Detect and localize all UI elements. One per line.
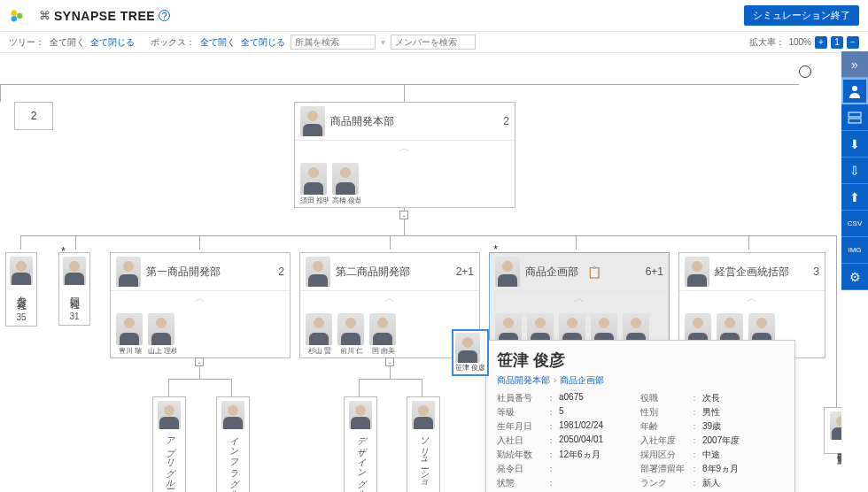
simulation-end-button[interactable]: シミュレーション終了 — [744, 5, 859, 26]
expand-icon[interactable]: < — [8, 296, 35, 309]
help-icon[interactable]: ? — [159, 10, 170, 21]
search-member-input[interactable] — [391, 35, 476, 50]
rail-download-icon[interactable]: ⬇ — [841, 131, 868, 158]
org-count: 2+1 — [456, 265, 474, 278]
tree-icon: ⌘ — [39, 9, 50, 22]
rail-img-icon[interactable]: IMG — [841, 237, 868, 264]
avatar — [337, 313, 364, 345]
avatar — [306, 313, 332, 345]
office-count: 31 — [61, 311, 88, 321]
group-infra[interactable]: インフラグループ — [216, 396, 250, 492]
avatar — [10, 257, 33, 285]
avatar — [306, 257, 330, 287]
node-toggle[interactable]: - — [399, 211, 408, 219]
office-fukuoka[interactable]: * 福岡支社 < 31 — [58, 252, 90, 326]
rail-csv-icon[interactable]: CSV — [841, 211, 868, 237]
zoom-value: 100% — [788, 37, 811, 47]
member[interactable]: 須田 裕明 — [300, 163, 329, 205]
svg-point-2 — [17, 12, 22, 18]
avatar — [63, 257, 86, 285]
org-count: 6+1 — [646, 265, 663, 278]
org-count: 2 — [278, 265, 284, 278]
star-icon: * — [61, 244, 66, 258]
tree-label: ツリー： — [9, 36, 44, 49]
org-count: 2 — [503, 115, 509, 127]
member[interactable]: 山上 理枝 — [148, 313, 176, 356]
group-app[interactable]: アプリグループ — [152, 396, 186, 492]
avatar — [332, 163, 359, 195]
org-top-count: 2 — [22, 110, 45, 122]
star-icon: * — [493, 242, 498, 256]
avatar — [158, 401, 181, 429]
rail-upload-icon[interactable]: ⬆ — [841, 184, 868, 211]
node-toggle[interactable]: - — [195, 357, 204, 366]
org-dev1[interactable]: 第一商品開発部 2 ︿ 豊川 瑞 山上 理枝 — [110, 252, 291, 358]
office-nagoya[interactable]: 名古屋支社 < 35 — [5, 252, 37, 327]
avatar — [300, 163, 327, 195]
avatar — [221, 401, 244, 429]
avatar — [369, 313, 396, 345]
clipboard-icon[interactable]: 📋 — [587, 265, 601, 279]
dragged-member-chip[interactable]: 笹津 俊彦 — [452, 329, 489, 376]
member[interactable]: 前川 仁 — [337, 313, 366, 356]
org-count: 3 — [813, 265, 819, 278]
collapse-icon[interactable]: ︿ — [490, 291, 669, 310]
office-name: 内部監査室 — [835, 443, 842, 448]
org-title: 経営企画統括部 — [715, 265, 789, 280]
tree-open-all[interactable]: 全て開く — [50, 36, 85, 49]
member[interactable]: 高橋 俊哉 — [332, 163, 360, 205]
box-label: ボックス： — [151, 36, 195, 49]
avatar — [830, 411, 841, 440]
rail-person-icon[interactable] — [841, 78, 868, 104]
root-node[interactable] — [799, 65, 811, 78]
collapse-icon[interactable]: ︿ — [295, 141, 515, 159]
node-toggle[interactable]: - — [385, 357, 394, 366]
avatar — [116, 257, 141, 287]
box-close-all[interactable]: 全て閉じる — [241, 36, 285, 49]
app-title: SYNAPSE TREE — [54, 9, 155, 23]
avatar — [495, 257, 520, 287]
org-top-box[interactable]: 2 — [14, 102, 53, 130]
svg-rect-4 — [849, 112, 861, 117]
avatar — [455, 333, 480, 363]
collapse-icon[interactable]: ︿ — [679, 291, 825, 310]
avatar — [300, 106, 325, 136]
rail-expand[interactable]: » — [841, 51, 868, 78]
detail-name: 笹津 俊彦 — [497, 350, 784, 371]
org-title: 商品開発本部 — [330, 114, 394, 129]
zoom-out-button[interactable]: − — [847, 36, 859, 49]
rail-settings-icon[interactable]: ⚙ — [841, 264, 868, 290]
avatar — [116, 313, 143, 345]
logo-icon — [9, 9, 39, 23]
tree-close-all[interactable]: 全て閉じる — [90, 36, 135, 49]
group-solution[interactable]: ソリューショングループ — [407, 396, 440, 492]
svg-rect-5 — [849, 119, 861, 123]
member[interactable]: 豊川 瑞 — [116, 313, 144, 356]
avatar — [685, 257, 709, 287]
office-name: 名古屋支社 — [15, 288, 28, 293]
rail-download2-icon[interactable]: ⇩ — [841, 158, 868, 184]
office-audit[interactable]: 内部監査室 — [824, 407, 841, 454]
collapse-icon[interactable]: ︿ — [111, 291, 290, 310]
avatar — [148, 313, 174, 345]
office-name: 福岡支社 — [68, 288, 81, 292]
member[interactable]: 杉山 賢 — [306, 313, 334, 356]
collapse-icon[interactable]: ︿ — [300, 291, 479, 310]
dropdown-icon[interactable]: ▾ — [381, 37, 385, 47]
org-title: 商品企画部 — [525, 265, 578, 280]
zoom-reset-button[interactable]: 1 — [831, 36, 843, 49]
member[interactable]: 国 由美 — [369, 313, 398, 356]
org-title: 第一商品開発部 — [146, 265, 221, 280]
box-open-all[interactable]: 全て開く — [200, 36, 236, 49]
detail-breadcrumb[interactable]: 商品開発本部›商品企画部 — [497, 374, 784, 387]
org-title: 第二商品開発部 — [336, 265, 410, 280]
zoom-in-button[interactable]: + — [815, 36, 827, 49]
org-dev-hq[interactable]: 商品開発本部 2 ︿ 須田 裕明 高橋 俊哉 — [294, 102, 515, 208]
expand-icon[interactable]: < — [61, 296, 88, 308]
rail-card-icon[interactable] — [841, 104, 868, 131]
zoom-label: 拡大率： — [749, 36, 785, 49]
office-count: 35 — [8, 312, 35, 322]
search-dept-input[interactable] — [291, 35, 376, 50]
avatar — [349, 401, 372, 429]
group-design[interactable]: デザイングループ — [344, 396, 377, 492]
